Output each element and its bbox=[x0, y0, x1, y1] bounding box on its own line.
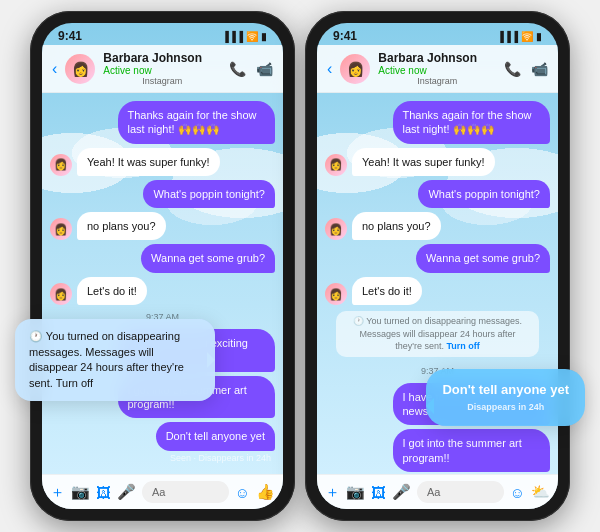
camera-icon[interactable]: 📷 bbox=[71, 483, 90, 501]
left-phone-frame: 9:41 ▐▐▐ 🛜 ▮ ‹ 👩 Barbara Johnson Active … bbox=[30, 11, 295, 521]
photo-icon[interactable]: 🖼 bbox=[96, 484, 111, 501]
left-phone: 9:41 ▐▐▐ 🛜 ▮ ‹ 👩 Barbara Johnson Active … bbox=[30, 11, 295, 521]
right-header-info: Barbara Johnson Active now Instagram bbox=[378, 51, 496, 86]
avatar: 👩 bbox=[50, 154, 72, 176]
table-row: 👩 no plans you? bbox=[50, 212, 275, 240]
weather-icon[interactable]: ⛅ bbox=[531, 483, 550, 501]
avatar: 👩 bbox=[325, 154, 347, 176]
table-row: Thanks again for the show last night! 🙌🙌… bbox=[50, 101, 275, 144]
left-call-icon[interactable]: 📞 bbox=[229, 61, 246, 77]
left-tooltip: 🕐 You turned on disappearing messages. M… bbox=[15, 319, 215, 401]
signal-icon: ▐▐▐ bbox=[497, 31, 518, 42]
table-row: Wanna get some grub? bbox=[50, 244, 275, 272]
received-bubble: Let's do it! bbox=[352, 277, 422, 305]
table-row: 👩 no plans you? bbox=[325, 212, 550, 240]
right-phone-screen: 9:41 ▐▐▐ 🛜 ▮ ‹ 👩 Barbara Johnson Active … bbox=[317, 23, 558, 509]
avatar: 👩 bbox=[50, 283, 72, 305]
right-contact-name: Barbara Johnson bbox=[378, 51, 496, 65]
left-composer: ＋ 📷 🖼 🎤 Aa ☺ 👍 bbox=[42, 474, 283, 509]
table-row: Thanks again for the show last night! 🙌🙌… bbox=[325, 101, 550, 144]
table-row: 👩 Yeah! It was super funky! bbox=[325, 148, 550, 176]
wifi-icon: 🛜 bbox=[521, 31, 533, 42]
table-row: 👩 Let's do it! bbox=[50, 277, 275, 305]
table-row: Don't tell anyone yet bbox=[50, 422, 275, 450]
table-row: I got into the summer art program!! bbox=[325, 429, 550, 472]
right-active-status: Active now bbox=[378, 65, 496, 76]
mic-icon[interactable]: 🎤 bbox=[392, 483, 411, 501]
photo-icon[interactable]: 🖼 bbox=[371, 484, 386, 501]
seen-label: Seen · Disappears in 24h bbox=[50, 453, 275, 463]
tooltip-text: You turned on disappearing messages. Mes… bbox=[29, 330, 184, 388]
right-composer: ＋ 📷 🖼 🎤 Aa ☺ ⛅ bbox=[317, 474, 558, 509]
mic-icon[interactable]: 🎤 bbox=[117, 483, 136, 501]
thumbs-icon[interactable]: 👍 bbox=[256, 483, 275, 501]
sent-bubble: What's poppin tonight? bbox=[418, 180, 550, 208]
sent-bubble: Wanna get some grub? bbox=[141, 244, 275, 272]
turn-off-link[interactable]: Turn off bbox=[446, 341, 479, 351]
battery-icon: ▮ bbox=[536, 31, 542, 42]
left-contact-name: Barbara Johnson bbox=[103, 51, 221, 65]
left-header: ‹ 👩 Barbara Johnson Active now Instagram… bbox=[42, 45, 283, 93]
right-header-actions: 📞 📹 bbox=[504, 61, 548, 77]
right-phone-frame: 9:41 ▐▐▐ 🛜 ▮ ‹ 👩 Barbara Johnson Active … bbox=[305, 11, 570, 521]
left-status-icons: ▐▐▐ 🛜 ▮ bbox=[222, 31, 267, 42]
right-time: 9:41 bbox=[333, 29, 357, 43]
received-bubble: Let's do it! bbox=[77, 277, 147, 305]
right-back-button[interactable]: ‹ bbox=[327, 60, 332, 78]
right-phone: 9:41 ▐▐▐ 🛜 ▮ ‹ 👩 Barbara Johnson Active … bbox=[305, 11, 570, 521]
received-bubble: Yeah! It was super funky! bbox=[352, 148, 495, 176]
camera-icon[interactable]: 📷 bbox=[346, 483, 365, 501]
received-bubble: no plans you? bbox=[352, 212, 441, 240]
received-bubble: no plans you? bbox=[77, 212, 166, 240]
table-row: Wanna get some grub? bbox=[325, 244, 550, 272]
left-messages-area: Thanks again for the show last night! 🙌🙌… bbox=[42, 93, 283, 474]
sticker-icon[interactable]: ☺ bbox=[235, 484, 250, 501]
left-back-button[interactable]: ‹ bbox=[52, 60, 57, 78]
sent-bubble: I got into the summer art program!! bbox=[393, 429, 551, 472]
sticker-icon[interactable]: ☺ bbox=[510, 484, 525, 501]
right-avatar: 👩 bbox=[340, 54, 370, 84]
signal-icon: ▐▐▐ bbox=[222, 31, 243, 42]
battery-icon: ▮ bbox=[261, 31, 267, 42]
right-video-icon[interactable]: 📹 bbox=[531, 61, 548, 77]
left-source: Instagram bbox=[103, 76, 221, 86]
turn-off-link[interactable]: Turn off bbox=[56, 377, 93, 389]
left-header-actions: 📞 📹 bbox=[229, 61, 273, 77]
right-status-bar: 9:41 ▐▐▐ 🛜 ▮ bbox=[317, 23, 558, 45]
left-time: 9:41 bbox=[58, 29, 82, 43]
disappear-note: Disappears in 24h bbox=[442, 401, 569, 414]
left-active-status: Active now bbox=[103, 65, 221, 76]
sent-bubble: Thanks again for the show last night! 🙌🙌… bbox=[393, 101, 551, 144]
table-row: What's poppin tonight? bbox=[50, 180, 275, 208]
dont-tell-text: Don't tell anyone yet bbox=[442, 382, 569, 397]
plus-icon[interactable]: ＋ bbox=[325, 483, 340, 502]
left-header-info: Barbara Johnson Active now Instagram bbox=[103, 51, 221, 86]
table-row: 👩 Yeah! It was super funky! bbox=[50, 148, 275, 176]
left-phone-screen: 9:41 ▐▐▐ 🛜 ▮ ‹ 👩 Barbara Johnson Active … bbox=[42, 23, 283, 509]
wifi-icon: 🛜 bbox=[246, 31, 258, 42]
right-call-icon[interactable]: 📞 bbox=[504, 61, 521, 77]
right-status-icons: ▐▐▐ 🛜 ▮ bbox=[497, 31, 542, 42]
avatar: 👩 bbox=[50, 218, 72, 240]
table-row: 👩 Let's do it! bbox=[325, 277, 550, 305]
avatar: 👩 bbox=[325, 283, 347, 305]
received-bubble: Yeah! It was super funky! bbox=[77, 148, 220, 176]
sent-bubble: Thanks again for the show last night! 🙌🙌… bbox=[118, 101, 276, 144]
left-video-icon[interactable]: 📹 bbox=[256, 61, 273, 77]
left-status-bar: 9:41 ▐▐▐ 🛜 ▮ bbox=[42, 23, 283, 45]
sent-bubble: Don't tell anyone yet bbox=[156, 422, 275, 450]
sent-bubble: Wanna get some grub? bbox=[416, 244, 550, 272]
avatar: 👩 bbox=[325, 218, 347, 240]
left-avatar: 👩 bbox=[65, 54, 95, 84]
sent-bubble: What's poppin tonight? bbox=[143, 180, 275, 208]
tooltip-clock-icon: 🕐 bbox=[29, 330, 43, 342]
message-input[interactable]: Aa bbox=[142, 481, 229, 503]
system-message: 🕐 You turned on disappearing messages. M… bbox=[336, 311, 539, 357]
message-input[interactable]: Aa bbox=[417, 481, 504, 503]
right-source: Instagram bbox=[378, 76, 496, 86]
table-row: What's poppin tonight? bbox=[325, 180, 550, 208]
plus-icon[interactable]: ＋ bbox=[50, 483, 65, 502]
right-header: ‹ 👩 Barbara Johnson Active now Instagram… bbox=[317, 45, 558, 93]
right-tooltip: Don't tell anyone yet Disappears in 24h bbox=[426, 369, 585, 426]
